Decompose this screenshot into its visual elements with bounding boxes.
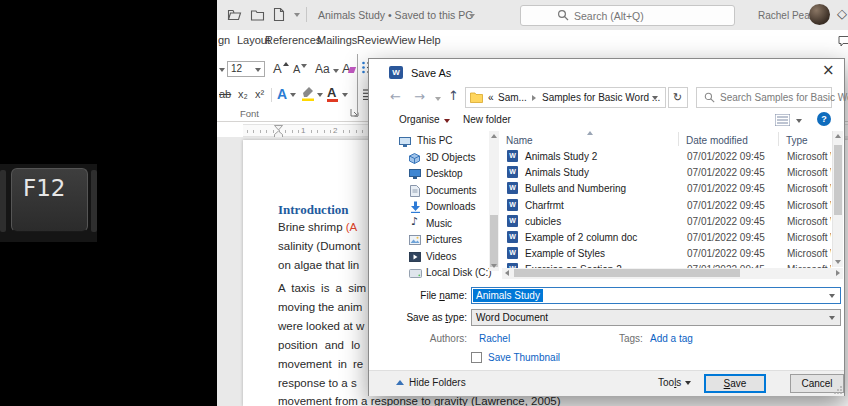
- view-mode-icon[interactable]: [775, 114, 790, 126]
- subscript-button[interactable]: x₂: [238, 88, 248, 100]
- help-icon[interactable]: ?: [817, 112, 831, 126]
- sidebar-item-videos[interactable]: Videos: [426, 251, 456, 262]
- breadcrumb-item[interactable]: Samples for Basic Word ...: [542, 92, 660, 103]
- tools-menu[interactable]: Tools: [658, 377, 681, 388]
- dialog-search-box[interactable]: Search Samples for Basic Wo...: [696, 87, 832, 108]
- authors-value-link[interactable]: Rachel: [479, 333, 510, 344]
- tab-review[interactable]: Review: [357, 34, 393, 46]
- tab-references[interactable]: References: [265, 34, 321, 46]
- file-name-label: File name:: [369, 290, 467, 301]
- file-row-date: 07/01/2022 09:45: [687, 248, 765, 259]
- word-titlebar: Animals Study • Saved to this PC Search …: [217, 0, 848, 30]
- new-folder-button[interactable]: New folder: [463, 114, 511, 125]
- sidebar-item-3d-objects[interactable]: 3D Objects: [426, 152, 475, 163]
- hide-folders-button[interactable]: Hide Folders: [409, 377, 466, 388]
- tab-help[interactable]: Help: [418, 34, 441, 46]
- font-name-chevron-icon[interactable]: [219, 68, 225, 72]
- sidebar-item-downloads[interactable]: Downloads: [426, 201, 475, 212]
- address-bar[interactable]: « Sam... Samples for Basic Word ...: [465, 87, 666, 108]
- sidebar-scrollbar[interactable]: [489, 131, 499, 271]
- save-as-type-select[interactable]: Word Document: [471, 309, 841, 326]
- breadcrumb-item[interactable]: Sam...: [498, 92, 527, 103]
- search-box[interactable]: Search (Alt+Q): [520, 5, 735, 26]
- save-thumbnail-checkbox[interactable]: [471, 352, 482, 363]
- screenshot-root: F12 Animals Study • Saved to this PC: [0, 0, 848, 406]
- column-header-date[interactable]: Date modified: [686, 135, 748, 146]
- sidebar-item-desktop[interactable]: Desktop: [426, 168, 463, 179]
- file-row-date: 07/01/2022 09:45: [687, 183, 765, 194]
- save-as-type-chevron-icon[interactable]: [829, 316, 835, 320]
- tab-mailings[interactable]: Mailings: [317, 34, 357, 46]
- highlight-color-button[interactable]: [301, 86, 315, 101]
- file-row-name[interactable]: Example of 2 column doc: [525, 232, 637, 243]
- font-color-chevron-icon[interactable]: [342, 93, 348, 97]
- column-divider[interactable]: [778, 132, 779, 146]
- document-title-chevron-icon[interactable]: [469, 14, 475, 18]
- file-row-type: Microsoft Wo: [787, 151, 831, 162]
- sidebar-item-pictures[interactable]: Pictures: [426, 234, 462, 245]
- comments-icon[interactable]: [838, 35, 848, 47]
- organise-menu[interactable]: Organise: [399, 114, 450, 125]
- doc-heading: Introduction: [278, 202, 349, 218]
- file-row-name[interactable]: Bullets and Numbering: [525, 183, 626, 194]
- sidebar-item-local-disk-c[interactable]: Local Disk (C:): [426, 267, 492, 278]
- breadcrumb-separator-icon[interactable]: [532, 95, 536, 101]
- open-folder-icon[interactable]: [227, 8, 242, 22]
- resize-grip[interactable]: [834, 386, 842, 394]
- doc-line: A taxis is a sim: [278, 282, 366, 294]
- file-list-vertical-scrollbar[interactable]: [832, 131, 843, 267]
- avatar[interactable]: [809, 4, 830, 25]
- recent-locations-chevron-icon[interactable]: [435, 97, 441, 101]
- file-row-date: 07/01/2022 09:45: [687, 151, 765, 162]
- file-row-name[interactable]: Animals Study 2: [525, 151, 597, 162]
- f12-key: F12: [11, 168, 88, 232]
- highlight-chevron-icon[interactable]: [317, 93, 323, 97]
- up-icon[interactable]: ↑: [448, 88, 459, 103]
- grow-font-button[interactable]: A: [273, 61, 289, 76]
- file-row-type: Microsoft Wo: [787, 248, 831, 259]
- clear-formatting-button[interactable]: A: [342, 61, 355, 76]
- document-title[interactable]: Animals Study • Saved to this PC: [318, 9, 473, 21]
- back-icon[interactable]: ←: [390, 89, 401, 104]
- file-row-name[interactable]: Animals Study: [525, 167, 589, 178]
- add-a-tag-link[interactable]: Add a tag: [650, 333, 693, 344]
- hide-folders-caret-icon[interactable]: [396, 380, 404, 385]
- f12-key-label: F12: [23, 175, 66, 201]
- close-icon[interactable]: ×: [822, 61, 835, 79]
- file-row-name[interactable]: Charfrmt: [525, 200, 564, 211]
- superscript-button[interactable]: x²: [255, 88, 264, 100]
- file-name-chevron-icon[interactable]: [829, 294, 835, 298]
- column-header-type[interactable]: Type: [786, 135, 808, 146]
- doc-line: moving the anim: [278, 301, 362, 313]
- sort-ascending-icon: [587, 131, 593, 135]
- sidebar-item-documents[interactable]: Documents: [426, 185, 477, 196]
- file-row-type: Microsoft Wo: [787, 167, 831, 178]
- tab-design-partial[interactable]: gn: [218, 34, 230, 46]
- sidebar-item-music[interactable]: Music: [426, 218, 452, 229]
- text-effects-button[interactable]: A: [277, 86, 296, 102]
- quick-access-chevron-icon[interactable]: [294, 13, 300, 17]
- column-divider[interactable]: [678, 132, 679, 146]
- change-case-button[interactable]: Aa: [315, 62, 339, 76]
- save-button[interactable]: Save: [704, 374, 766, 393]
- file-row-name[interactable]: Example of Styles: [525, 248, 605, 259]
- tools-chevron-icon[interactable]: [685, 381, 691, 385]
- shrink-font-button[interactable]: A: [293, 63, 307, 75]
- forward-icon[interactable]: →: [414, 89, 425, 104]
- font-color-button[interactable]: A: [327, 85, 336, 100]
- diamond-icon[interactable]: ◇: [837, 6, 847, 21]
- address-chevron-icon[interactable]: [652, 96, 658, 100]
- save-thumbnail-label[interactable]: Save Thumbnail: [488, 352, 560, 363]
- new-document-icon[interactable]: [273, 7, 285, 22]
- font-size-combobox[interactable]: 12: [227, 61, 265, 77]
- tab-view[interactable]: View: [392, 34, 416, 46]
- file-row-name[interactable]: cubicles: [525, 216, 561, 227]
- strikethrough-button[interactable]: ab: [219, 88, 231, 100]
- file-list-horizontal-scrollbar[interactable]: [502, 268, 843, 279]
- refresh-button[interactable]: ↻: [668, 87, 688, 108]
- column-header-name[interactable]: Name: [506, 135, 533, 146]
- sidebar-item-this-pc[interactable]: This PC: [417, 135, 453, 146]
- file-name-input[interactable]: Animals Study: [471, 287, 841, 304]
- view-mode-chevron-icon[interactable]: [796, 119, 802, 123]
- folder-icon[interactable]: [250, 8, 265, 22]
